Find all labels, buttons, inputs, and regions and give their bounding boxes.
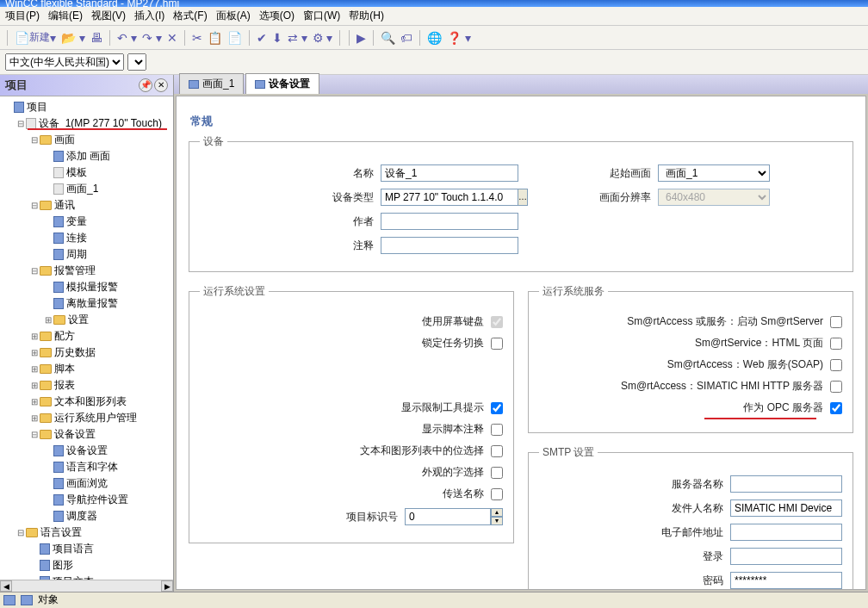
paste-button[interactable]: 📄 [227, 31, 242, 45]
menu-window[interactable]: 窗口(W) [303, 9, 340, 23]
tooltips-check[interactable] [491, 402, 503, 414]
tree-comm[interactable]: 通讯 [54, 198, 75, 213]
tree-runtime-user[interactable]: 运行系统用户管理 [54, 411, 137, 425]
smartaccess-check[interactable] [830, 316, 842, 328]
close-icon[interactable]: ✕ [154, 78, 168, 92]
setting-icon [53, 445, 64, 456]
transfer-button[interactable]: ⇄ ▾ [288, 31, 307, 45]
tree-add-screen[interactable]: 添加 画面 [66, 149, 110, 164]
bottom-icon2[interactable] [21, 595, 33, 605]
tree-analog-alarm[interactable]: 模拟量报警 [66, 280, 118, 295]
spin-down[interactable]: ▼ [491, 517, 503, 525]
project-id-input[interactable] [405, 508, 491, 525]
cut-button[interactable]: ✂ [192, 31, 202, 45]
tree-screens[interactable]: 画面 [54, 133, 75, 147]
lock-task-check[interactable] [491, 338, 503, 350]
tree-device-settings[interactable]: 设备设置 [54, 427, 96, 442]
tree-proj-lang[interactable]: 项目语言 [53, 542, 94, 556]
tree-root[interactable]: 项目 [27, 100, 47, 115]
bottom-objects-label[interactable]: 对象 [38, 592, 59, 607]
tree-lang-settings[interactable]: 语言设置 [40, 525, 82, 540]
tags-button[interactable]: 🏷 [400, 31, 412, 45]
smartservice-html-check[interactable] [830, 338, 842, 350]
password-input[interactable] [730, 572, 842, 589]
download-button[interactable]: ⬇ [272, 31, 282, 45]
globe-button[interactable]: 🌐 [427, 31, 442, 45]
alarm-icon [53, 282, 64, 293]
appearance-font-check[interactable] [491, 467, 503, 479]
menu-format[interactable]: 格式(F) [173, 9, 207, 23]
tree-screen1[interactable]: 画面_1 [66, 182, 98, 196]
start-screen-select[interactable]: 画面_1 [658, 164, 770, 182]
tree-lang-font[interactable]: 语言和字体 [66, 460, 118, 475]
tree-debugger[interactable]: 调度器 [66, 509, 97, 524]
action-button[interactable]: ⚙ ▾ [313, 31, 333, 45]
smtp-legend: SMTP 设置 [539, 445, 598, 460]
language-select[interactable]: 中文(中华人民共和国) [5, 53, 124, 71]
project-tree[interactable]: 项目 ⊟设备_1(MP 277 10'' Touch) ⊟画面 添加 画面 模板… [0, 96, 173, 580]
folder-icon [40, 332, 52, 341]
script-comment-check[interactable] [491, 424, 503, 436]
textgfx-pos-check[interactable] [491, 445, 503, 457]
tree-cycles[interactable]: 周期 [66, 247, 87, 262]
undo-button[interactable]: ↶ ▾ [117, 31, 137, 45]
redo-button[interactable]: ↷ ▾ [142, 31, 162, 45]
menu-project[interactable]: 项目(P) [5, 9, 40, 23]
language-dropdown-secondary[interactable] [127, 53, 146, 71]
screen-kb-label: 使用屏幕键盘 [422, 314, 491, 329]
copy-button[interactable]: 📋 [208, 31, 222, 45]
find-button[interactable]: 🔍 [381, 31, 395, 45]
transfer-name-check[interactable] [491, 488, 503, 500]
tree-scripts[interactable]: 脚本 [54, 362, 75, 376]
bottom-icon1[interactable] [3, 595, 16, 605]
spin-up[interactable]: ▲ [491, 508, 503, 517]
tree-alarm[interactable]: 报警管理 [54, 264, 96, 278]
tree-recipes[interactable]: 配方 [54, 329, 75, 344]
tree-graphics[interactable]: 图形 [53, 558, 73, 573]
opc-server-check[interactable] [830, 402, 842, 414]
folder-icon [40, 413, 52, 423]
sender-name-input[interactable] [730, 499, 842, 517]
tab-screen1[interactable]: 画面_1 [179, 73, 244, 94]
smtp-server-input[interactable] [730, 475, 842, 493]
smartaccess-soap-check[interactable] [830, 359, 842, 371]
delete-button[interactable]: ✕ [167, 31, 177, 45]
type-browse-button[interactable]: … [518, 189, 528, 206]
tree-tags[interactable]: 变量 [66, 214, 87, 229]
tree-template[interactable]: 模板 [66, 165, 87, 180]
tree-reports[interactable]: 报表 [54, 378, 75, 393]
menu-insert[interactable]: 插入(I) [134, 9, 164, 23]
run-button[interactable]: ▶ [356, 31, 366, 45]
menu-panel[interactable]: 面板(A) [216, 9, 251, 23]
author-input[interactable] [381, 213, 518, 230]
tree-connections[interactable]: 连接 [66, 231, 87, 245]
graphics-icon [40, 560, 50, 571]
comment-input[interactable] [381, 237, 518, 254]
menu-options[interactable]: 选项(O) [259, 9, 294, 23]
editor-tabs: 画面_1 设备设置 [174, 75, 868, 94]
pin-icon[interactable]: 📌 [139, 78, 152, 92]
help-button[interactable]: ❓ ▾ [447, 31, 471, 45]
services-fieldset: 运行系统服务 Sm@rtAccess 或服务：启动 Sm@rtServer Sm… [528, 284, 853, 433]
tree-discrete-alarm[interactable]: 离散量报警 [66, 296, 118, 311]
tree-history[interactable]: 历史数据 [54, 345, 96, 360]
folder-icon [40, 364, 52, 374]
smartaccess-http-check[interactable] [830, 381, 842, 393]
tree-settings[interactable]: 设置 [68, 313, 89, 327]
tree-screen-browse[interactable]: 画面浏览 [66, 476, 108, 491]
save-button[interactable]: 🖶 [90, 31, 102, 45]
tab-device-settings[interactable]: 设备设置 [245, 73, 319, 94]
name-input[interactable] [381, 164, 518, 182]
email-input[interactable] [730, 524, 842, 541]
menu-view[interactable]: 视图(V) [91, 9, 126, 23]
new-button[interactable]: 📄 新建 ▾ [15, 30, 56, 45]
open-button[interactable]: 📂 ▾ [61, 31, 85, 45]
tree-navctrl[interactable]: 导航控件设置 [66, 493, 128, 507]
tree-dev-device-settings[interactable]: 设备设置 [66, 444, 108, 458]
compile-button[interactable]: ✔ [257, 31, 267, 45]
tree-text-graphics[interactable]: 文本和图形列表 [54, 394, 127, 409]
menu-help[interactable]: 帮助(H) [349, 9, 384, 23]
sidebar-hscroll[interactable]: ◀▶ [0, 580, 173, 592]
login-input[interactable] [730, 548, 842, 565]
menu-edit[interactable]: 编辑(E) [48, 9, 83, 23]
